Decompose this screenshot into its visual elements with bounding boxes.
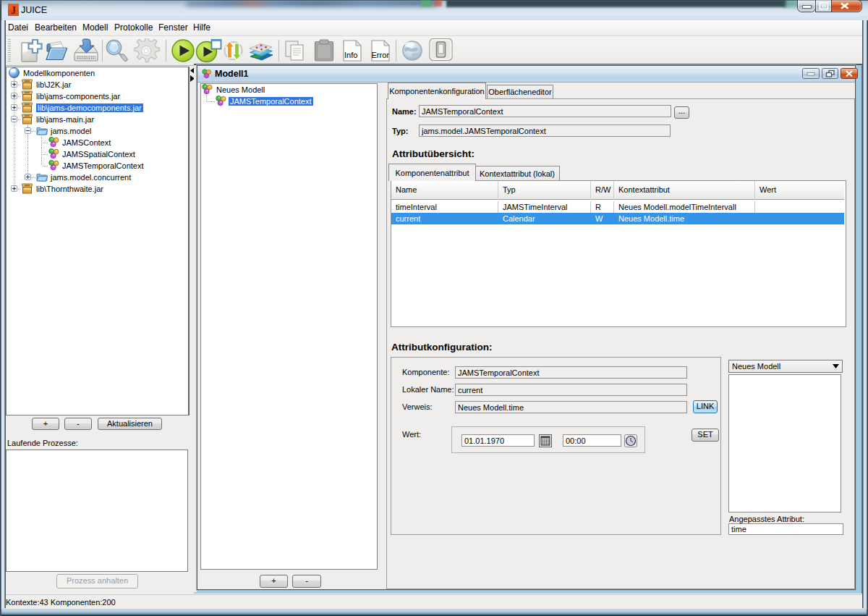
svg-text:J: J [11, 5, 16, 16]
svg-text:Error: Error [372, 51, 390, 59]
svg-text:Info: Info [344, 51, 357, 59]
